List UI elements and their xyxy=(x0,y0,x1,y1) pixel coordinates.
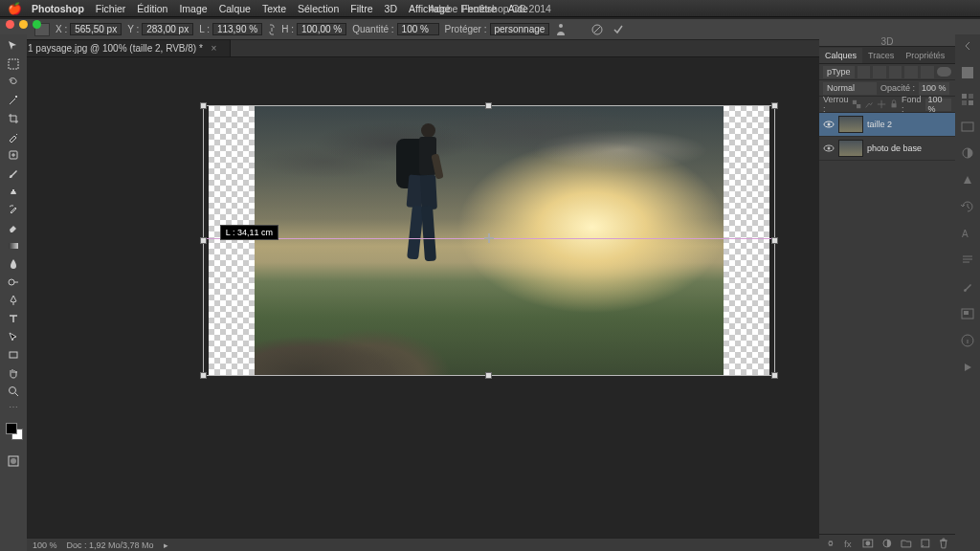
cancel-transform-icon[interactable] xyxy=(591,24,603,35)
hand-tool[interactable] xyxy=(3,364,24,382)
visibility-eye-icon[interactable] xyxy=(823,119,835,130)
filter-shape-icon[interactable] xyxy=(904,66,918,78)
adjustment-layer-icon[interactable] xyxy=(881,538,893,549)
quick-mask-toggle[interactable] xyxy=(3,452,24,470)
layer-row[interactable]: taille 2 xyxy=(819,113,955,137)
eraser-tool[interactable] xyxy=(3,218,24,236)
layer-fx-icon[interactable]: fx xyxy=(844,538,856,549)
navigator-panel-icon[interactable] xyxy=(960,306,975,321)
character-panel-icon[interactable]: A xyxy=(960,226,975,241)
layer-row[interactable]: photo de base xyxy=(819,137,955,161)
zoom-level[interactable]: 100 % xyxy=(33,540,57,550)
tab-traces[interactable]: Traces xyxy=(862,48,900,63)
menu-selection[interactable]: Sélection xyxy=(298,3,339,14)
magic-wand-tool[interactable] xyxy=(3,91,24,109)
app-menu[interactable]: Photoshop xyxy=(32,3,84,14)
color-swatches[interactable] xyxy=(3,423,24,444)
swatches-panel-icon[interactable] xyxy=(960,92,975,107)
pen-tool[interactable] xyxy=(3,291,24,309)
lasso-tool[interactable] xyxy=(3,73,24,91)
new-layer-icon[interactable] xyxy=(920,538,931,549)
close-window-button[interactable] xyxy=(6,20,14,29)
document-tab[interactable]: 1 paysage.jpg @ 100% (taille 2, RVB/8) *… xyxy=(19,39,231,56)
blend-mode-select[interactable]: Normal xyxy=(823,82,877,95)
color-panel-icon[interactable] xyxy=(960,65,975,80)
close-tab-icon[interactable]: × xyxy=(212,43,217,54)
brush-tool[interactable] xyxy=(3,164,24,182)
type-tool[interactable] xyxy=(3,309,24,327)
height-input[interactable]: 100,00 % xyxy=(297,23,346,35)
healing-brush-tool[interactable] xyxy=(3,145,24,164)
lock-image-icon[interactable] xyxy=(864,99,874,110)
marquee-tool[interactable] xyxy=(3,55,24,73)
crop-tool[interactable] xyxy=(3,109,24,127)
opacity-value[interactable]: 100 % xyxy=(919,82,949,95)
menu-texte[interactable]: Texte xyxy=(262,3,286,14)
menu-image[interactable]: Image xyxy=(179,3,207,14)
menu-edition[interactable]: Édition xyxy=(137,3,167,14)
transform-handle[interactable] xyxy=(771,102,778,109)
group-icon[interactable] xyxy=(901,538,912,549)
zoom-tool[interactable] xyxy=(3,382,24,400)
history-panel-icon[interactable] xyxy=(960,199,975,214)
width-input[interactable]: 113,90 % xyxy=(212,23,262,35)
menu-calque[interactable]: Calque xyxy=(219,3,251,14)
libraries-panel-icon[interactable] xyxy=(960,119,975,134)
link-aspect-icon[interactable] xyxy=(268,24,276,35)
protect-person-icon[interactable] xyxy=(555,23,567,36)
protect-select[interactable]: personnage xyxy=(490,23,550,35)
link-layers-icon[interactable] xyxy=(825,538,836,549)
menu-filtre[interactable]: Filtre xyxy=(350,3,372,14)
brush-panel-icon[interactable] xyxy=(960,279,975,295)
3d-mode-bar[interactable]: 3D xyxy=(819,36,955,47)
history-brush-tool[interactable] xyxy=(3,200,24,218)
delete-layer-icon[interactable] xyxy=(938,538,949,549)
layer-thumbnail[interactable] xyxy=(838,140,863,157)
tab-proprietes[interactable]: Propriétés xyxy=(900,48,950,63)
layer-name[interactable]: photo de base xyxy=(867,143,922,153)
filter-toggle[interactable] xyxy=(937,67,952,77)
styles-panel-icon[interactable] xyxy=(960,172,975,187)
paragraph-panel-icon[interactable] xyxy=(960,253,975,268)
eyedropper-tool[interactable] xyxy=(3,127,24,145)
y-input[interactable]: 283,00 px xyxy=(142,23,193,35)
layer-thumbnail[interactable] xyxy=(838,116,863,133)
transform-handle[interactable] xyxy=(200,372,207,379)
lock-all-icon[interactable] xyxy=(889,99,899,110)
filter-type-icon[interactable] xyxy=(889,66,902,78)
transform-handle[interactable] xyxy=(771,372,778,379)
blur-tool[interactable] xyxy=(3,254,24,273)
visibility-eye-icon[interactable] xyxy=(823,143,835,154)
filter-adjust-icon[interactable] xyxy=(873,66,886,78)
doc-size[interactable]: Doc : 1,92 Mo/3,78 Mo xyxy=(67,540,154,550)
dodge-tool[interactable] xyxy=(3,273,24,291)
layer-name[interactable]: taille 2 xyxy=(867,120,892,129)
move-tool[interactable] xyxy=(3,36,24,55)
clone-stamp-tool[interactable] xyxy=(3,182,24,200)
path-selection-tool[interactable] xyxy=(3,327,24,345)
expand-panels-icon[interactable] xyxy=(960,38,975,54)
info-panel-icon[interactable] xyxy=(960,333,975,348)
lock-position-icon[interactable] xyxy=(877,99,886,110)
rectangle-tool[interactable] xyxy=(3,345,24,364)
edit-toolbar-icon[interactable]: ⋯ xyxy=(3,400,24,413)
amount-input[interactable]: 100 % xyxy=(397,23,439,35)
filter-pixel-icon[interactable] xyxy=(858,66,871,78)
zoom-window-button[interactable] xyxy=(33,20,41,29)
actions-panel-icon[interactable] xyxy=(960,360,975,375)
gradient-tool[interactable] xyxy=(3,236,24,254)
fill-value[interactable]: 100 % xyxy=(925,99,952,111)
status-chevron-icon[interactable]: ▸ xyxy=(164,540,168,550)
tab-calques[interactable]: Calques xyxy=(819,48,862,63)
filter-type-select[interactable]: pType xyxy=(823,66,855,78)
x-input[interactable]: 565,50 px xyxy=(70,23,122,35)
transform-handle[interactable] xyxy=(200,102,207,109)
lock-transparency-icon[interactable] xyxy=(852,99,861,110)
menu-3d[interactable]: 3D xyxy=(385,3,397,14)
canvas[interactable]: L : 34,11 cm xyxy=(209,105,769,376)
filter-smart-icon[interactable] xyxy=(921,66,934,78)
transform-center-icon[interactable] xyxy=(484,233,494,243)
commit-transform-icon[interactable] xyxy=(612,24,624,35)
adjustments-panel-icon[interactable] xyxy=(960,145,975,161)
apple-menu-icon[interactable]: 🍎 xyxy=(8,2,22,15)
